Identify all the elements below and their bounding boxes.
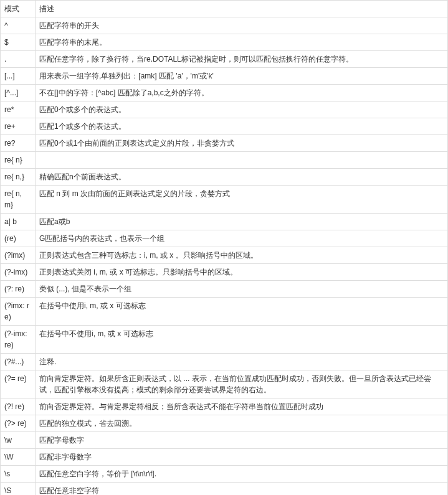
table-row: (?-imx)正则表达式关闭 i, m, 或 x 可选标志。只影响括号中的区域。 (1, 264, 448, 281)
cell-description: 匹配任意字符，除了换行符，当re.DOTALL标记被指定时，则可以匹配包括换行符… (36, 51, 448, 68)
cell-pattern: $ (1, 34, 36, 51)
cell-description: 前向否定界定符。与肯定界定符相反；当所含表达式不能在字符串当前位置匹配时成功 (36, 398, 448, 415)
table-row: re?匹配0个或1个由前面的正则表达式定义的片段，非贪婪方式 (1, 135, 448, 152)
table-row: .匹配任意字符，除了换行符，当re.DOTALL标记被指定时，则可以匹配包括换行… (1, 51, 448, 68)
cell-pattern: re? (1, 135, 36, 152)
table-row: ^匹配字符串的开头 (1, 17, 448, 34)
cell-pattern: (?-imx) (1, 264, 36, 281)
cell-pattern: . (1, 51, 36, 68)
table-row: (re)G匹配括号内的表达式，也表示一个组 (1, 230, 448, 247)
table-row: re+匹配1个或多个的表达式。 (1, 118, 448, 135)
cell-description: 匹配字符串的末尾。 (36, 34, 448, 51)
cell-description (36, 152, 448, 169)
table-row: (?> re)匹配的独立模式，省去回溯。 (1, 415, 448, 432)
cell-pattern: (?= re) (1, 370, 36, 398)
cell-pattern: (re) (1, 230, 36, 247)
table-row: $匹配字符串的末尾。 (1, 34, 448, 51)
table-header-row: 模式 描述 (1, 1, 448, 17)
table-row: (?imx: re)在括号中使用i, m, 或 x 可选标志 (1, 298, 448, 326)
table-row: (?imx)正则表达式包含三种可选标志：i, m, 或 x 。只影响括号中的区域… (1, 247, 448, 264)
cell-pattern: (?! re) (1, 398, 36, 415)
table-row: (?: re)类似 (...), 但是不表示一个组 (1, 281, 448, 298)
table-row: (?-imx: re)在括号中不使用i, m, 或 x 可选标志 (1, 326, 448, 354)
cell-pattern: re{ n} (1, 152, 36, 169)
table-row: \W匹配非字母数字 (1, 449, 448, 466)
table-row: \w匹配字母数字 (1, 432, 448, 449)
header-pattern: 模式 (1, 1, 36, 17)
cell-description: 精确匹配n个前面表达式。 (36, 169, 448, 186)
cell-description: 匹配字符串的开头 (36, 17, 448, 34)
cell-description: 用来表示一组字符,单独列出：[amk] 匹配 'a'，'m'或'k' (36, 68, 448, 85)
table-row: re{ n} (1, 152, 448, 169)
cell-description: 匹配任意空白字符，等价于 [\t\n\r\f]. (36, 466, 448, 483)
cell-description: 匹配的独立模式，省去回溯。 (36, 415, 448, 432)
cell-pattern: (?#...) (1, 354, 36, 370)
cell-description: 匹配0个或多个的表达式。 (36, 101, 448, 118)
table-row: [^...]不在[]中的字符：[^abc] 匹配除了a,b,c之外的字符。 (1, 85, 448, 101)
cell-description: 匹配 n 到 m 次由前面的正则表达式定义的片段，贪婪方式 (36, 186, 448, 214)
cell-description: G匹配括号内的表达式，也表示一个组 (36, 230, 448, 247)
cell-description: 匹配非字母数字 (36, 449, 448, 466)
cell-description: 不在[]中的字符：[^abc] 匹配除了a,b,c之外的字符。 (36, 85, 448, 101)
cell-description: 匹配字母数字 (36, 432, 448, 449)
cell-description: 前向肯定界定符。如果所含正则表达式，以 ... 表示，在当前位置成功匹配时成功，… (36, 370, 448, 398)
cell-pattern: re+ (1, 118, 36, 135)
cell-pattern: (?-imx: re) (1, 326, 36, 354)
table-row: \s匹配任意空白字符，等价于 [\t\n\r\f]. (1, 466, 448, 483)
cell-description: 在括号中不使用i, m, 或 x 可选标志 (36, 326, 448, 354)
table-row: re{ n, m}匹配 n 到 m 次由前面的正则表达式定义的片段，贪婪方式 (1, 186, 448, 214)
header-description: 描述 (36, 1, 448, 17)
cell-description: 匹配a或b (36, 214, 448, 230)
regex-reference-table: 模式 描述 ^匹配字符串的开头$匹配字符串的末尾。.匹配任意字符，除了换行符，当… (0, 0, 448, 495)
cell-pattern: (?imx: re) (1, 298, 36, 326)
table-row: [...]用来表示一组字符,单独列出：[amk] 匹配 'a'，'m'或'k' (1, 68, 448, 85)
cell-pattern: (?> re) (1, 415, 36, 432)
cell-pattern: \w (1, 432, 36, 449)
cell-pattern: [...] (1, 68, 36, 85)
cell-description: 匹配0个或1个由前面的正则表达式定义的片段，非贪婪方式 (36, 135, 448, 152)
table-row: a| b匹配a或b (1, 214, 448, 230)
cell-description: 在括号中使用i, m, 或 x 可选标志 (36, 298, 448, 326)
cell-description: 注释. (36, 354, 448, 370)
cell-pattern: (?: re) (1, 281, 36, 298)
table-row: re*匹配0个或多个的表达式。 (1, 101, 448, 118)
cell-pattern: [^...] (1, 85, 36, 101)
cell-pattern: (?imx) (1, 247, 36, 264)
cell-pattern: \S (1, 483, 36, 496)
cell-pattern: \W (1, 449, 36, 466)
cell-description: 匹配1个或多个的表达式。 (36, 118, 448, 135)
cell-description: 匹配任意非空字符 (36, 483, 448, 496)
cell-description: 正则表达式关闭 i, m, 或 x 可选标志。只影响括号中的区域。 (36, 264, 448, 281)
cell-pattern: a| b (1, 214, 36, 230)
table-row: re{ n,}精确匹配n个前面表达式。 (1, 169, 448, 186)
table-row: \S匹配任意非空字符 (1, 483, 448, 496)
cell-description: 正则表达式包含三种可选标志：i, m, 或 x 。只影响括号中的区域。 (36, 247, 448, 264)
cell-pattern: re* (1, 101, 36, 118)
table-row: (?! re)前向否定界定符。与肯定界定符相反；当所含表达式不能在字符串当前位置… (1, 398, 448, 415)
table-row: (?= re)前向肯定界定符。如果所含正则表达式，以 ... 表示，在当前位置成… (1, 370, 448, 398)
cell-description: 类似 (...), 但是不表示一个组 (36, 281, 448, 298)
cell-pattern: ^ (1, 17, 36, 34)
table-row: (?#...)注释. (1, 354, 448, 370)
cell-pattern: re{ n, m} (1, 186, 36, 214)
cell-pattern: re{ n,} (1, 169, 36, 186)
cell-pattern: \s (1, 466, 36, 483)
